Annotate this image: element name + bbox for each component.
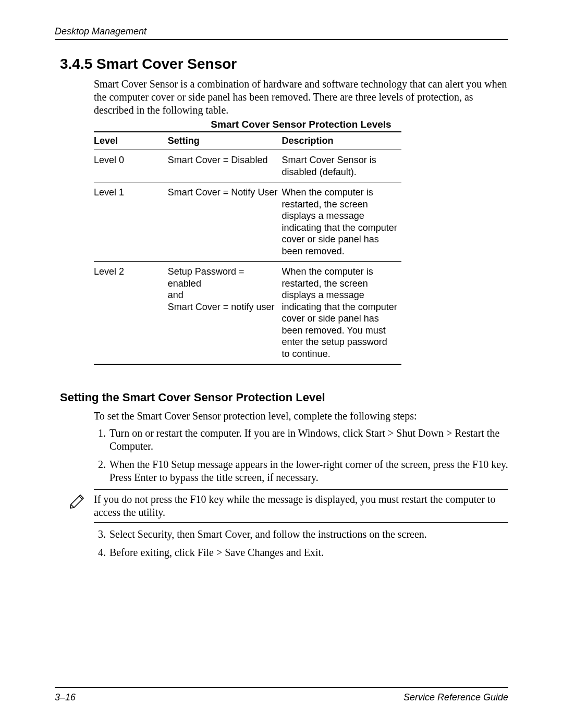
cell-level: Level 0	[94, 150, 168, 182]
cell-description: Smart Cover Sensor is disabled (default)…	[282, 150, 401, 182]
subsection-body-cont: Select Security, then Smart Cover, and f…	[94, 528, 508, 559]
table-row: Level 2 Setup Password = enabled and Sma…	[94, 262, 401, 365]
cell-setting: Smart Cover = Disabled	[168, 150, 282, 182]
cell-setting: Smart Cover = Notify User	[168, 182, 282, 262]
header-rule	[55, 39, 508, 40]
footer-rule	[55, 687, 508, 688]
subsection-intro: To set the Smart Cover Sensor protection…	[94, 410, 508, 423]
page-number: 3–16	[55, 692, 76, 703]
step-item: Select Security, then Smart Cover, and f…	[108, 528, 508, 541]
note-text: If you do not press the F10 key while th…	[94, 493, 508, 519]
table-row: Level 0 Smart Cover = Disabled Smart Cov…	[94, 150, 401, 182]
step-item: Turn on or restart the computer. If you …	[108, 427, 508, 453]
cell-level: Level 1	[94, 182, 168, 262]
cell-description: When the computer is restarted, the scre…	[282, 262, 401, 365]
running-header: Desktop Management	[55, 26, 508, 37]
table-row: Level 1 Smart Cover = Notify User When t…	[94, 182, 401, 262]
th-setting: Setting	[168, 132, 282, 150]
cell-setting: Setup Password = enabled and Smart Cover…	[168, 262, 282, 365]
page: Desktop Management 3.4.5 Smart Cover Sen…	[0, 0, 563, 728]
table-header-row: Level Setting Description	[94, 132, 401, 150]
pencil-note-icon	[69, 493, 88, 509]
step-item: Before exiting, click File > Save Change…	[108, 546, 508, 559]
intro-paragraph: Smart Cover Sensor is a combination of h…	[94, 78, 508, 117]
subsection-body: To set the Smart Cover Sensor protection…	[94, 410, 508, 484]
section-heading: 3.4.5 Smart Cover Sensor	[60, 56, 508, 72]
page-footer: 3–16 Service Reference Guide	[55, 687, 508, 703]
note-block: If you do not press the F10 key while th…	[94, 489, 508, 523]
steps-list-1: Turn on or restart the computer. If you …	[94, 427, 508, 484]
table-title: Smart Cover Sensor Protection Levels	[94, 119, 508, 130]
th-description: Description	[282, 132, 401, 150]
steps-list-2: Select Security, then Smart Cover, and f…	[94, 528, 508, 559]
cell-description: When the computer is restarted, the scre…	[282, 182, 401, 262]
step-item: When the F10 Setup message appears in th…	[108, 458, 508, 484]
th-level: Level	[94, 132, 168, 150]
section-body: Smart Cover Sensor is a combination of h…	[94, 78, 508, 365]
protection-levels-table: Level Setting Description Level 0 Smart …	[94, 131, 401, 365]
cell-level: Level 2	[94, 262, 168, 365]
doc-title: Service Reference Guide	[403, 692, 508, 703]
subsection-heading: Setting the Smart Cover Sensor Protectio…	[60, 391, 508, 404]
